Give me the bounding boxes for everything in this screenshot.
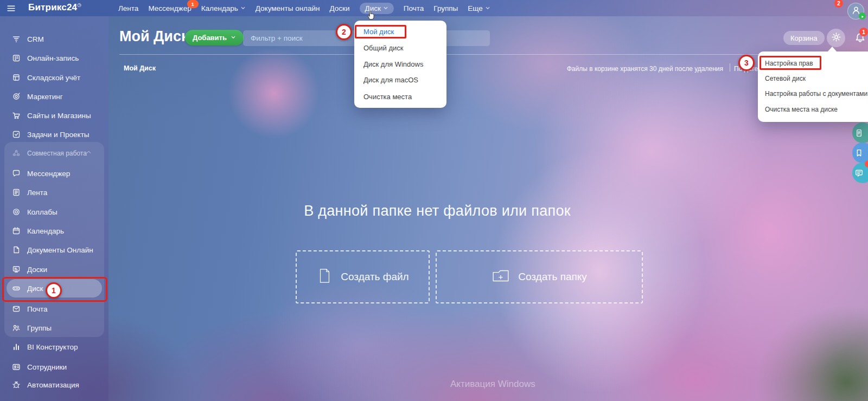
document-lines-icon — [854, 128, 864, 138]
sidebar-item-bi-constructor[interactable]: BI Конструктор — [7, 338, 102, 356]
sidebar-item-sites-stores[interactable]: Сайты и Магазины — [7, 106, 102, 125]
app-logo-text: Битрикс24 — [28, 2, 77, 12]
chat-lines-icon — [854, 169, 864, 178]
settings-button[interactable] — [827, 29, 845, 47]
menu-item-clean-space[interactable]: Очистка места — [363, 92, 412, 102]
app-logo[interactable]: Битрикс24◷ — [28, 2, 81, 13]
check-square-icon — [12, 130, 21, 139]
file-icon — [316, 268, 333, 287]
sidebar-item-online-booking[interactable]: Онлайн-запись — [7, 49, 102, 67]
gear-icon — [831, 32, 841, 44]
target-icon — [12, 92, 21, 101]
document-icon — [12, 245, 21, 254]
sidebar-item-calendar[interactable]: Календарь — [7, 222, 102, 240]
collabs-icon — [12, 208, 21, 216]
sidebar-item-employees[interactable]: Сотрудники — [7, 358, 102, 376]
sidebar-section-collaboration[interactable]: Совместная работа — [7, 144, 102, 163]
chat-icon — [12, 169, 21, 178]
windows-activation-watermark: Активация Windows — [450, 379, 535, 390]
menu-item-network-drive[interactable]: Сетевой диск — [765, 73, 806, 84]
empty-folder-message: В данной папке нет файлов или папок — [304, 203, 571, 219]
nav-item-drive[interactable]: Диск — [360, 3, 394, 14]
nav-item-calendar[interactable]: Календарь — [201, 4, 246, 12]
mail-icon — [12, 305, 21, 313]
warehouse-icon — [12, 73, 21, 82]
header-divider — [119, 54, 868, 55]
sidebar-item-tasks-projects[interactable]: Задачи и Проекты — [7, 125, 102, 144]
sidebar-item-collabs[interactable]: Коллабы — [7, 203, 102, 221]
menu-item-drive-macos[interactable]: Диск для macOS — [363, 75, 418, 86]
annotation-marker-2: 2 — [336, 24, 352, 40]
sidebar-item-marketing[interactable]: Маркетинг — [7, 87, 102, 106]
chevron-down-icon — [485, 4, 490, 12]
create-file-button[interactable]: Создать файл — [296, 250, 430, 303]
folder-plus-icon — [492, 267, 510, 288]
chart-icon — [12, 342, 21, 351]
annotation-marker-3: 3 — [738, 55, 755, 71]
nav-item-messenger[interactable]: Мессенджер1 — [148, 4, 191, 12]
feed-icon — [12, 188, 21, 197]
chevron-up-icon — [86, 149, 94, 158]
page-title: Мой Диск — [119, 28, 188, 45]
add-button[interactable]: Добавить — [185, 30, 244, 46]
clock-icon: ◷ — [77, 2, 81, 8]
sidebar: CRM Онлайн-запись Складской учёт Маркети… — [0, 16, 108, 401]
top-bar: Битрикс24◷ Лента Мессенджер1 Календарь Д… — [0, 0, 868, 16]
chevron-down-icon — [231, 34, 236, 42]
cart-icon — [12, 111, 21, 120]
bookmark-icon — [854, 148, 864, 158]
menu-item-shared-drive[interactable]: Общий диск — [363, 43, 403, 54]
sidebar-item-crm[interactable]: CRM — [7, 30, 102, 48]
annotation-box-my-drive — [355, 25, 406, 38]
sidebar-item-warehouse[interactable]: Складской учёт — [7, 68, 102, 87]
sidebar-item-automation[interactable]: Автоматизация — [7, 376, 102, 394]
sidebar-item-groups[interactable]: Группы — [7, 319, 102, 337]
sidebar-item-feed[interactable]: Лента — [7, 183, 102, 202]
sidebar-item-docs-online[interactable]: Документы Онлайн — [7, 241, 102, 259]
chevron-down-icon — [383, 4, 388, 12]
robot-icon — [12, 380, 21, 389]
annotation-box-permissions — [760, 56, 821, 70]
people-icon — [12, 324, 21, 332]
id-badge-icon — [12, 363, 21, 371]
breadcrumb[interactable]: Мой Диск — [124, 64, 156, 72]
mouse-cursor — [367, 9, 376, 22]
video-play-badge[interactable] — [859, 12, 866, 20]
hamburger-icon[interactable] — [7, 4, 16, 15]
trash-retention-note: Файлы в корзине хранятся 30 дней после у… — [567, 65, 723, 73]
board-icon — [12, 265, 21, 274]
annotation-marker-1: 1 — [46, 282, 62, 299]
collab-icon — [12, 149, 21, 158]
nav-item-docs-online[interactable]: Документы онлайн — [256, 4, 320, 12]
nav-item-groups[interactable]: Группы — [433, 4, 458, 12]
nav-item-boards[interactable]: Доски — [330, 4, 350, 12]
menu-item-clean-drive-space[interactable]: Очистка места на диске — [765, 104, 838, 115]
messenger-badge: 1 — [187, 0, 199, 8]
sidebar-item-boards[interactable]: Доски — [7, 260, 102, 279]
nav-item-more[interactable]: Еще — [468, 4, 490, 12]
nav-item-feed[interactable]: Лента — [118, 4, 138, 12]
funnel-icon — [12, 35, 21, 43]
bitrix24-drive-page: Битрикс24◷ Лента Мессенджер1 Календарь Д… — [0, 0, 868, 401]
trash-button[interactable]: Корзина — [783, 31, 825, 45]
sidebar-item-mail[interactable]: Почта — [7, 300, 102, 318]
toolbar-divider — [730, 63, 730, 72]
sidebar-item-messenger[interactable]: Мессенджер — [7, 164, 102, 183]
chevron-down-icon — [240, 4, 246, 12]
notifications-badge: 1 — [859, 28, 868, 36]
menu-item-drive-windows[interactable]: Диск для Windows — [363, 59, 423, 70]
play-icon — [860, 11, 865, 21]
top-nav: Лента Мессенджер1 Календарь Документы он… — [118, 0, 490, 16]
edge-chat-badge — [865, 160, 868, 167]
booking-icon — [12, 54, 21, 62]
create-folder-button[interactable]: Создать папку — [436, 250, 643, 303]
calendar-icon — [12, 227, 21, 235]
menu-item-document-settings[interactable]: Настройка работы с документами — [765, 88, 867, 99]
nav-item-mail[interactable]: Почта — [404, 4, 424, 12]
